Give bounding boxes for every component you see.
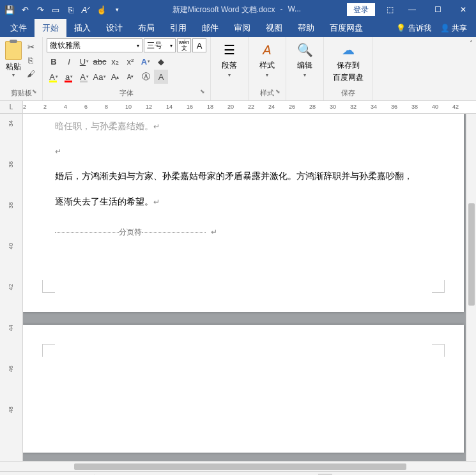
doc-line-0[interactable]: 暗任职，与孙柔嘉结婚。↵ bbox=[55, 114, 432, 139]
vertical-ruler[interactable]: 3436384042444648 bbox=[0, 114, 23, 461]
ruler-tick: 28 bbox=[309, 104, 316, 110]
tab-file[interactable]: 文件 bbox=[3, 19, 35, 37]
ruler-tick: 34 bbox=[8, 120, 14, 127]
enclose-char-button[interactable]: Ⓐ bbox=[139, 70, 153, 84]
clear-format-icon[interactable]: ◆ bbox=[154, 54, 168, 68]
ruler-tick: 16 bbox=[187, 104, 193, 110]
page-2[interactable] bbox=[23, 325, 464, 453]
ruler-tick: 18 bbox=[207, 104, 213, 110]
superscript-button[interactable]: x² bbox=[123, 54, 137, 68]
save-baidu-button[interactable]: ☁ 保存到 百度网盘 bbox=[328, 38, 369, 86]
chevron-up-icon: ˄ bbox=[470, 40, 473, 47]
share-button[interactable]: 👤 共享 bbox=[440, 23, 467, 34]
phonetic-guide-button[interactable]: wén文 bbox=[177, 38, 191, 52]
bold-button[interactable]: B bbox=[47, 54, 61, 68]
tabs-right: 💡 告诉我 👤 共享 bbox=[396, 23, 473, 34]
tab-view[interactable]: 视图 bbox=[258, 19, 290, 37]
char-shading-button[interactable]: A▾ bbox=[77, 70, 91, 84]
cut-icon[interactable]: ✂ bbox=[24, 41, 37, 52]
paste-button[interactable]: 粘贴 ▾ bbox=[4, 38, 23, 81]
font-size-combo[interactable]: 三号▾ bbox=[144, 38, 176, 52]
copy-icon[interactable]: ⎘ bbox=[24, 54, 37, 66]
tab-help[interactable]: 帮助 bbox=[290, 19, 322, 37]
app-name: W... bbox=[288, 4, 301, 15]
subscript-button[interactable]: x₂ bbox=[108, 54, 122, 68]
tab-design[interactable]: 设计 bbox=[98, 19, 130, 37]
scrollbar-thumb[interactable] bbox=[74, 463, 406, 470]
page-1[interactable]: 暗任职，与孙柔嘉结婚。↵ ↵ 婚后，方鸿渐夫妇与方家、孙柔嘉姑母家的矛盾暴露并激… bbox=[23, 114, 464, 312]
tab-insert[interactable]: 插入 bbox=[66, 19, 98, 37]
ruler-tick: 38 bbox=[411, 104, 418, 110]
page-break-indicator[interactable]: 分页符 ↵ bbox=[55, 227, 432, 238]
paste-icon bbox=[5, 41, 22, 60]
maximize-button[interactable]: ☐ bbox=[425, 0, 450, 19]
qat-btn-6[interactable]: Aᐟ bbox=[79, 3, 93, 17]
login-button[interactable]: 登录 bbox=[347, 3, 375, 16]
group-label-save: 保存 bbox=[328, 87, 369, 100]
chevron-down-icon: ▾ bbox=[12, 72, 15, 78]
paragraph-button[interactable]: ☰ 段落 ▾ bbox=[215, 38, 244, 81]
ruler-tick: 4 bbox=[64, 104, 67, 110]
horizontal-scrollbar[interactable] bbox=[0, 461, 476, 471]
change-case-button[interactable]: Aa▾ bbox=[93, 70, 107, 84]
doc-line-2[interactable]: 逐渐失去了生活的希望。↵ bbox=[55, 189, 432, 214]
document-scroll[interactable]: 暗任职，与孙柔嘉结婚。↵ ↵ 婚后，方鸿渐夫妇与方家、孙柔嘉姑母家的矛盾暴露并激… bbox=[23, 114, 466, 461]
find-icon: 🔍 bbox=[295, 41, 314, 59]
tab-review[interactable]: 审阅 bbox=[226, 19, 258, 37]
chevron-down-icon: ▾ bbox=[266, 72, 268, 78]
save-icon[interactable]: 💾 bbox=[3, 3, 17, 17]
scrollbar-thumb[interactable] bbox=[468, 203, 475, 306]
font-name-combo[interactable]: 微软雅黑▾ bbox=[47, 38, 142, 52]
minimize-button[interactable]: — bbox=[399, 0, 425, 19]
chevron-down-icon: ▾ bbox=[303, 72, 306, 78]
tab-references[interactable]: 引用 bbox=[162, 19, 194, 37]
ruler-tick: 36 bbox=[391, 104, 397, 110]
editing-button[interactable]: 🔍 编辑 ▾ bbox=[290, 38, 319, 81]
tab-mail[interactable]: 邮件 bbox=[194, 19, 226, 37]
styles-button[interactable]: A 样式 ▾ bbox=[252, 38, 282, 81]
horizontal-ruler[interactable]: L 22468101214161820222426283032343638404… bbox=[0, 101, 476, 114]
redo-icon[interactable]: ↷ bbox=[33, 3, 47, 17]
char-shading2-button[interactable]: A bbox=[154, 70, 168, 84]
touch-mode-icon[interactable]: ☝ bbox=[95, 3, 109, 17]
ruler-tick: 26 bbox=[289, 104, 295, 110]
ribbon: 粘贴 ▾ ✂ ⎘ 🖌 剪贴板 微软雅黑▾ 三号▾ wén文 A B I U▾ bbox=[0, 37, 476, 101]
doc-line-1[interactable]: 婚后，方鸿渐夫妇与方家、孙柔嘉姑母家的矛盾暴露并激化。方鸿渐辞职并与孙柔嘉吵翻， bbox=[55, 164, 432, 189]
ruler-tick: 48 bbox=[8, 407, 14, 413]
collapse-ribbon-button[interactable]: ˄ bbox=[466, 37, 476, 100]
grow-font-button[interactable]: A▴ bbox=[108, 70, 122, 84]
format-painter-icon[interactable]: 🖌 bbox=[24, 68, 37, 79]
text-effects-button[interactable]: A▾ bbox=[139, 54, 153, 68]
qat-btn-5[interactable]: ⎘ bbox=[64, 3, 78, 17]
window-title: 新建Microsoft Word 文档.docx - W... bbox=[127, 4, 347, 15]
tab-baidu[interactable]: 百度网盘 bbox=[322, 19, 371, 37]
strikethrough-button[interactable]: abc bbox=[93, 54, 107, 68]
undo-icon[interactable]: ↶ bbox=[18, 3, 32, 17]
tellme-button[interactable]: 💡 告诉我 bbox=[396, 23, 431, 34]
page-corner bbox=[432, 280, 445, 293]
doc-para-mark[interactable]: ↵ bbox=[55, 139, 432, 164]
italic-button[interactable]: I bbox=[62, 54, 76, 68]
document-area: 3436384042444648 暗任职，与孙柔嘉结婚。↵ ↵ 婚后，方鸿渐夫妇… bbox=[0, 114, 476, 461]
paragraph-icon: ☰ bbox=[220, 41, 239, 59]
ruler-tick: 22 bbox=[248, 104, 254, 110]
shrink-font-button[interactable]: A▾ bbox=[123, 70, 137, 84]
page-corner bbox=[432, 344, 445, 357]
group-editing: 🔍 编辑 ▾ bbox=[286, 37, 324, 100]
ruler-tick: 8 bbox=[105, 104, 108, 110]
highlight-button[interactable]: A▾ bbox=[47, 70, 61, 84]
window-controls: — ☐ ✕ bbox=[399, 0, 476, 19]
qat-customize-icon[interactable]: ▾ bbox=[110, 3, 124, 17]
group-styles: A 样式 ▾ 样式 bbox=[249, 37, 286, 100]
qat-btn-4[interactable]: ▭ bbox=[49, 3, 63, 17]
underline-button[interactable]: U▾ bbox=[77, 54, 91, 68]
tab-home[interactable]: 开始 bbox=[35, 19, 66, 37]
group-label-clipboard: 剪贴板 bbox=[4, 87, 38, 100]
tab-layout[interactable]: 布局 bbox=[130, 19, 162, 37]
close-button[interactable]: ✕ bbox=[450, 0, 476, 19]
font-color-button[interactable]: a▾ bbox=[62, 70, 76, 84]
vertical-scrollbar[interactable] bbox=[466, 114, 476, 461]
ribbon-display-icon[interactable]: ⬚ bbox=[380, 0, 399, 19]
char-border-button[interactable]: A bbox=[192, 38, 206, 52]
ruler-tick: 20 bbox=[227, 104, 234, 110]
